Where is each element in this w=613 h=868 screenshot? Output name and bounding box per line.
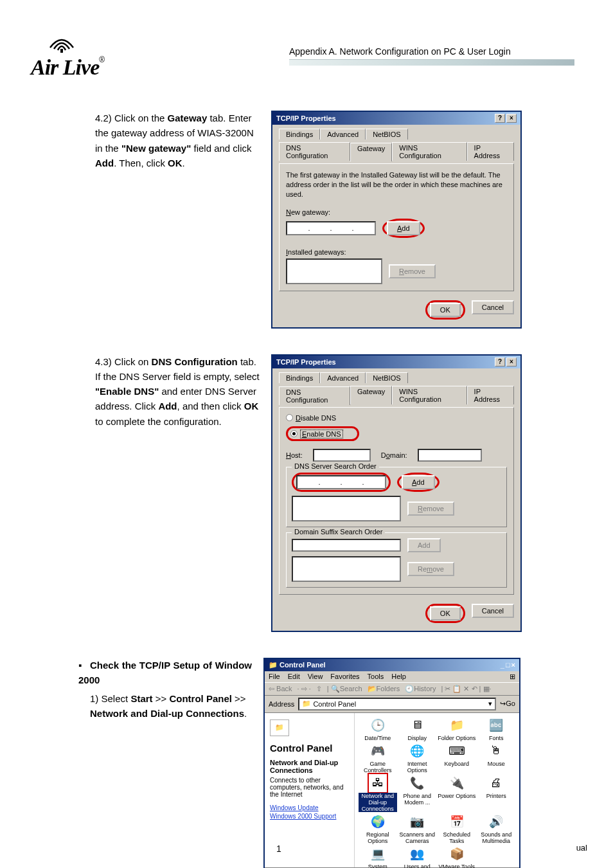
tab-gateway[interactable]: Gateway bbox=[350, 386, 392, 404]
tab-advanced[interactable]: Advanced bbox=[320, 372, 366, 383]
cp-icon[interactable]: 📞Phone and Modem ... bbox=[398, 775, 437, 812]
menu-view[interactable]: View bbox=[308, 673, 323, 681]
domain-input[interactable] bbox=[418, 449, 482, 462]
cp-icon-label: Sounds and Multimedia bbox=[477, 831, 516, 844]
tab-bindings[interactable]: Bindings bbox=[279, 372, 320, 383]
menu-help[interactable]: Help bbox=[391, 673, 406, 681]
folders-button[interactable]: 📂Folders bbox=[368, 685, 400, 693]
tab-wins-configuration[interactable]: WINS Configuration bbox=[392, 386, 466, 404]
remove-button: Remove bbox=[389, 264, 436, 278]
svg-rect-0 bbox=[60, 49, 63, 53]
tab-advanced[interactable]: Advanced bbox=[320, 129, 366, 140]
close-icon[interactable]: × bbox=[511, 661, 515, 669]
add-button[interactable]: Add bbox=[387, 221, 420, 235]
menu-tools[interactable]: Tools bbox=[368, 673, 384, 681]
step-number: 4.3) bbox=[95, 354, 112, 369]
tab-gateway[interactable]: Gateway bbox=[350, 143, 392, 161]
enable-dns-radio[interactable]: Enable DNS bbox=[290, 429, 343, 439]
cp-icon-glyph: 🔌 bbox=[449, 775, 465, 791]
cp-icon[interactable]: 🔤Fonts bbox=[477, 717, 516, 741]
tab-dns-configuration[interactable]: DNS Configuration bbox=[279, 386, 350, 405]
close-icon[interactable]: × bbox=[506, 357, 517, 366]
up-icon[interactable]: ⇧ bbox=[316, 685, 322, 693]
menu-file[interactable]: File bbox=[269, 673, 280, 681]
tab-netbios[interactable]: NetBIOS bbox=[366, 129, 407, 140]
link-windows-update[interactable]: Windows Update bbox=[270, 804, 349, 811]
cp-icon-label: Internet Options bbox=[398, 761, 437, 773]
cp-icon-label: Users and bbox=[404, 863, 431, 868]
cancel-button[interactable]: Cancel bbox=[472, 300, 514, 314]
menu-edit[interactable]: Edit bbox=[288, 673, 300, 681]
cp-icon[interactable]: 🖧Network and Dial-up Connections bbox=[359, 775, 397, 812]
cp-icon-glyph: 📅 bbox=[449, 813, 465, 830]
host-input[interactable] bbox=[313, 449, 371, 462]
link-win2000-support[interactable]: Windows 2000 Support bbox=[270, 813, 349, 820]
cp-icon[interactable]: 📅Scheduled Tasks bbox=[438, 813, 476, 844]
cp-icon-label: Mouse bbox=[488, 761, 505, 767]
cp-icon[interactable]: 📷Scanners and Cameras bbox=[398, 813, 437, 844]
folder-icon: 📁 bbox=[302, 700, 311, 708]
suffix-input[interactable] bbox=[292, 539, 401, 552]
cp-icon[interactable]: ⌨Keyboard bbox=[438, 743, 476, 773]
cp-icon-glyph: 📁 bbox=[449, 717, 465, 734]
cp-icon-label: Date/Time bbox=[364, 735, 391, 741]
new-gateway-label: New gateway: bbox=[286, 208, 507, 216]
ok-button[interactable]: OK bbox=[430, 303, 461, 317]
cancel-button[interactable]: Cancel bbox=[472, 604, 514, 618]
cp-icon[interactable]: 🌐Internet Options bbox=[398, 743, 437, 773]
cp-icon[interactable]: 🖨Printers bbox=[477, 775, 516, 812]
ok-button[interactable]: OK bbox=[430, 606, 461, 620]
address-input[interactable]: 📁 Control Panel▾ bbox=[298, 698, 496, 710]
tab-ip-address[interactable]: IP Address bbox=[467, 386, 514, 404]
cp-icon[interactable]: 📁Folder Options bbox=[438, 717, 476, 741]
minimize-icon[interactable]: _ bbox=[501, 661, 504, 669]
cp-icon-glyph: 📦 bbox=[449, 845, 465, 862]
tab-wins-configuration[interactable]: WINS Configuration bbox=[392, 142, 466, 161]
cp-icon[interactable]: 🔊Sounds and Multimedia bbox=[477, 813, 516, 844]
page-title: Appendix A. Network Configuration on PC … bbox=[289, 46, 511, 57]
cp-icon-label: Display bbox=[407, 735, 427, 741]
menubar: File Edit View Favorites Tools Help ⊞ bbox=[265, 671, 519, 682]
logo-airlive: Air Live® bbox=[31, 35, 105, 80]
tab-ip-address[interactable]: IP Address bbox=[467, 142, 514, 161]
help-icon[interactable]: ? bbox=[495, 357, 505, 366]
tab-bindings[interactable]: Bindings bbox=[279, 129, 320, 140]
domain-suffix-label: Domain Suffix Search Order bbox=[292, 528, 385, 536]
cp-icon[interactable]: 🔌Power Options bbox=[438, 775, 476, 812]
menu-favorites[interactable]: Favorites bbox=[330, 673, 359, 681]
cp-icon[interactable]: 👥Users and bbox=[398, 845, 437, 868]
cp-icon[interactable]: 🖥Display bbox=[398, 717, 437, 741]
tab-netbios[interactable]: NetBIOS bbox=[366, 372, 407, 383]
back-button[interactable]: ⇦ Back bbox=[269, 685, 292, 693]
dialog-tabs-row1: Bindings Advanced NetBIOS bbox=[279, 372, 514, 383]
page-footer-suffix: ual bbox=[576, 843, 587, 853]
cp-icon-glyph: 🖧 bbox=[369, 775, 386, 791]
close-icon[interactable]: × bbox=[506, 114, 517, 123]
cp-icon-label: Scanners and Cameras bbox=[398, 831, 437, 844]
cp-icon[interactable]: 🎮Game Controllers bbox=[359, 743, 397, 773]
new-gateway-input[interactable]: ... bbox=[286, 221, 376, 235]
tab-dns-configuration[interactable]: DNS Configuration bbox=[279, 142, 350, 161]
search-button[interactable]: Search bbox=[340, 685, 362, 692]
go-button[interactable]: ↪Go bbox=[500, 700, 515, 708]
help-icon[interactable]: ? bbox=[495, 114, 505, 123]
tcpip-properties-dialog-dns: TCP/IP Properties ? × Bindings Advanced … bbox=[271, 354, 522, 632]
maximize-icon[interactable]: □ bbox=[506, 661, 510, 669]
add-button: Add bbox=[407, 538, 441, 552]
dns-server-input[interactable]: ... bbox=[296, 475, 386, 489]
side-selected-desc: Connects to other computers, networks, a… bbox=[270, 777, 349, 798]
history-button[interactable]: 🕘History bbox=[405, 685, 436, 693]
dns-server-list[interactable] bbox=[292, 496, 401, 521]
win2000-step-text: ▪Check the TCP/IP Setup of Window 2000 1… bbox=[78, 658, 252, 721]
dns-search-order-label: DNS Server Search Order bbox=[292, 462, 379, 470]
suffix-list[interactable] bbox=[292, 556, 401, 582]
cp-icon-glyph: 🌐 bbox=[409, 743, 425, 759]
cp-icon[interactable]: 🕒Date/Time bbox=[359, 717, 397, 741]
installed-gateways-list[interactable] bbox=[286, 258, 382, 284]
disable-dns-radio[interactable]: Disable DNS bbox=[286, 414, 336, 422]
cp-icon[interactable]: 🖱Mouse bbox=[477, 743, 516, 773]
cp-icon[interactable]: 💻System bbox=[359, 845, 397, 868]
add-button[interactable]: Add bbox=[402, 475, 435, 489]
cp-icon[interactable]: 📦VMware Tools bbox=[438, 845, 476, 868]
cp-icon[interactable]: 🌍Regional Options bbox=[359, 813, 397, 844]
